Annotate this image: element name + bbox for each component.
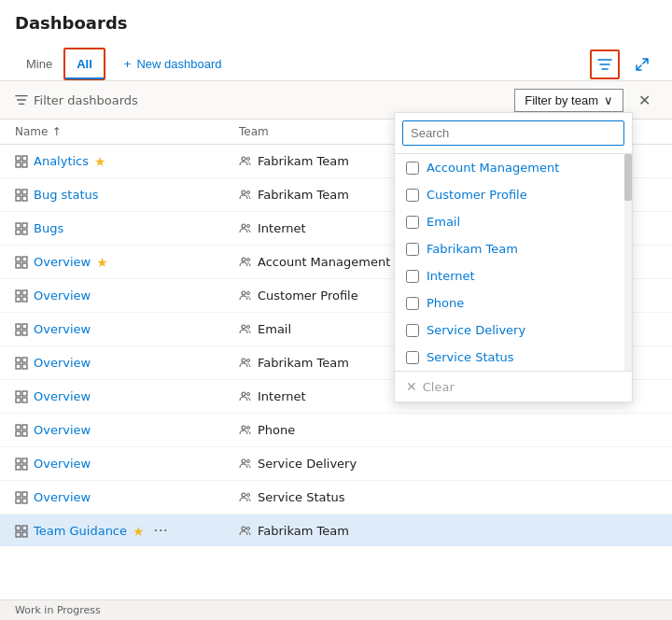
svg-rect-55 xyxy=(22,458,27,463)
dashboard-grid-icon xyxy=(15,189,28,202)
team-people-icon xyxy=(239,424,252,437)
dropdown-item[interactable]: Internet xyxy=(395,262,632,289)
dropdown-checkbox[interactable] xyxy=(406,351,419,364)
dashboard-name-link[interactable]: Overview xyxy=(34,490,91,504)
starred-icon[interactable]: ★ xyxy=(96,255,108,270)
svg-rect-27 xyxy=(22,297,27,302)
svg-rect-56 xyxy=(16,465,21,470)
svg-point-29 xyxy=(247,291,250,294)
row-name-cell: Team Guidance ★ ··· xyxy=(15,522,239,540)
svg-rect-0 xyxy=(16,156,21,161)
dropdown-list: Account Management Customer Profile Emai… xyxy=(395,154,632,371)
tab-all[interactable]: All xyxy=(63,48,105,80)
dashboard-name-link[interactable]: Overview xyxy=(34,457,91,471)
dropdown-item[interactable]: Service Delivery xyxy=(395,317,632,344)
row-name-cell: Overview xyxy=(15,289,239,303)
dropdown-checkbox[interactable] xyxy=(406,270,419,283)
row-name-cell: Bugs xyxy=(15,221,239,235)
dashboard-name-link[interactable]: Overview xyxy=(34,423,91,437)
status-text: Work in Progress xyxy=(15,604,101,616)
dropdown-search-box xyxy=(395,113,632,154)
svg-rect-19 xyxy=(22,257,27,261)
more-options-button[interactable]: ··· xyxy=(150,522,172,540)
dropdown-item[interactable]: Phone xyxy=(395,289,632,317)
svg-rect-67 xyxy=(22,526,27,530)
dashboard-grid-icon xyxy=(15,491,28,504)
dashboard-name-link[interactable]: Bug status xyxy=(34,188,99,202)
team-people-icon xyxy=(239,390,252,403)
scrollbar-thumb[interactable] xyxy=(624,154,632,201)
dropdown-checkbox[interactable] xyxy=(406,243,419,256)
svg-rect-44 xyxy=(16,398,21,402)
svg-point-46 xyxy=(242,392,245,396)
svg-point-10 xyxy=(242,190,245,194)
table-row: Overview Service Delivery xyxy=(0,447,672,481)
dropdown-item[interactable]: Account Management xyxy=(395,154,632,181)
clear-label: Clear xyxy=(423,380,455,394)
dashboard-name-link[interactable]: Analytics xyxy=(34,154,89,168)
dropdown-checkbox[interactable] xyxy=(406,324,419,337)
filter-dashboards-button[interactable]: Filter dashboards xyxy=(15,93,138,107)
svg-rect-31 xyxy=(22,324,27,329)
svg-rect-63 xyxy=(22,499,27,503)
team-people-icon xyxy=(239,357,252,370)
row-name-cell: Overview xyxy=(15,322,239,336)
svg-rect-50 xyxy=(16,431,21,436)
svg-point-11 xyxy=(247,190,250,193)
dropdown-checkbox[interactable] xyxy=(406,189,419,202)
svg-point-59 xyxy=(247,459,250,462)
row-name-cell: Overview xyxy=(15,490,239,504)
dashboard-grid-icon xyxy=(15,222,28,235)
svg-rect-33 xyxy=(22,331,27,335)
dropdown-item[interactable]: Email xyxy=(395,208,632,235)
expand-icon-button[interactable] xyxy=(627,49,657,79)
svg-point-47 xyxy=(247,392,250,395)
dashboard-name-link[interactable]: Overview xyxy=(34,356,91,370)
close-dropdown-button[interactable]: ✕ xyxy=(631,87,657,113)
dropdown-item[interactable]: Customer Profile xyxy=(395,181,632,208)
dropdown-checkbox[interactable] xyxy=(406,297,419,310)
dropdown-item[interactable]: Service Status xyxy=(395,344,632,371)
svg-rect-66 xyxy=(16,526,21,530)
svg-point-58 xyxy=(242,459,245,463)
team-people-icon xyxy=(239,491,252,504)
dropdown-search-input[interactable] xyxy=(402,120,624,146)
row-name-cell: Overview xyxy=(15,389,239,403)
svg-rect-51 xyxy=(22,431,27,436)
svg-rect-14 xyxy=(16,230,21,234)
dropdown-item[interactable]: Fabrikam Team xyxy=(395,235,632,262)
svg-rect-45 xyxy=(22,398,27,402)
dashboard-name-link[interactable]: Team Guidance xyxy=(34,524,127,538)
new-dashboard-button[interactable]: + New dashboard xyxy=(113,51,233,77)
svg-rect-9 xyxy=(22,196,27,201)
team-people-icon xyxy=(239,323,252,336)
tab-bar: Mine All + New dashboard xyxy=(0,48,672,81)
dashboard-name-link[interactable]: Overview xyxy=(34,255,91,269)
starred-icon[interactable]: ★ xyxy=(94,154,106,169)
tab-right xyxy=(590,49,657,79)
dropdown-checkbox[interactable] xyxy=(406,162,419,175)
toolbar-right: Filter by team ∨ ✕ xyxy=(514,87,657,113)
svg-rect-68 xyxy=(16,532,21,537)
tab-mine[interactable]: Mine xyxy=(15,49,63,78)
dashboard-name-link[interactable]: Overview xyxy=(34,322,91,336)
row-team-cell: Service Delivery xyxy=(239,457,426,471)
svg-point-28 xyxy=(242,291,245,295)
svg-point-5 xyxy=(247,157,250,160)
filter-by-team-button[interactable]: Filter by team ∨ xyxy=(514,89,623,112)
team-people-icon xyxy=(239,289,252,303)
svg-rect-20 xyxy=(16,263,21,268)
dashboard-name-link[interactable]: Overview xyxy=(34,389,91,403)
svg-point-53 xyxy=(247,426,250,429)
svg-point-71 xyxy=(247,527,250,529)
svg-rect-61 xyxy=(22,492,27,497)
table-row: Overview Phone xyxy=(0,414,672,447)
dashboard-name-link[interactable]: Overview xyxy=(34,289,91,303)
dashboard-name-link[interactable]: Bugs xyxy=(34,221,63,235)
svg-rect-1 xyxy=(22,156,27,161)
team-people-icon xyxy=(239,189,252,202)
starred-icon[interactable]: ★ xyxy=(133,524,145,539)
filter-icon-button[interactable] xyxy=(590,49,620,79)
svg-rect-21 xyxy=(22,263,27,268)
dropdown-checkbox[interactable] xyxy=(406,216,419,229)
